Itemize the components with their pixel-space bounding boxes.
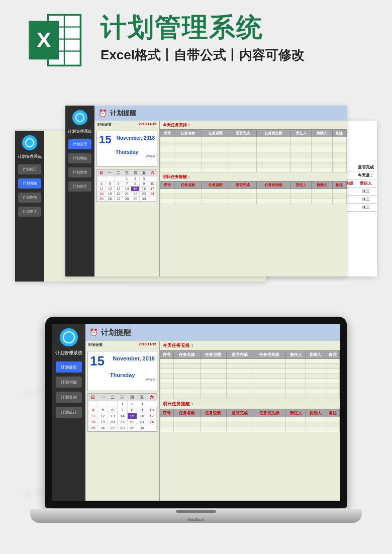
sidebar-title: 计划管理系统	[18, 154, 42, 159]
calendar-column: 时间设置 2018/11/15 15 November, 2018 Thursd…	[94, 121, 160, 276]
panel-title: 计划提醒	[101, 328, 131, 337]
alarm-icon: ⏰	[99, 109, 107, 117]
time-setting-date: 2018/11/15	[139, 342, 156, 347]
sidebar: 计划管理系统 计划首页 计划明细 计划查询 计划统计	[15, 131, 44, 282]
tomorrow-task-table[interactable]: 序号任务名称任务说明是否完成任务优先级责任人协助人备注	[160, 409, 340, 432]
screenshot-front: 计划管理系统 计划首页 计划明细 计划查询 计划统计 ⏰ 计划提醒 时间设置 2…	[65, 106, 347, 276]
laptop-mockup: 计划管理系统 计划首页 计划明细 计划查询 计划统计 ⏰ 计划提醒 时间设置 2…	[30, 317, 362, 528]
main-panel: ⏰ 计划提醒 时间设置 2018/11/15 15 November, 2018…	[94, 106, 347, 276]
sidebar-btn-stats[interactable]: 计划统计	[56, 407, 82, 418]
laptop-brand: MacBook	[30, 517, 362, 522]
today-task-table[interactable]: 序号任务名称任务说明是否完成任务优先级责任人协助人备注	[160, 129, 347, 172]
sidebar-btn-detail[interactable]: 计划明细	[18, 178, 41, 189]
sidebar-btn-query[interactable]: 计划查询	[68, 167, 91, 177]
sidebar-btn-home[interactable]: 计划首页	[68, 139, 91, 149]
sidebar-btn-stats[interactable]: 计划统计	[68, 181, 91, 192]
time-setting-date: 2018/11/15	[139, 122, 156, 127]
calendar-grid[interactable]: 日一二三四五六123456789101112131415161718192021…	[87, 393, 157, 432]
tomorrow-section-title: 明日任务提醒：	[160, 172, 347, 181]
tomorrow-section-title: 明日任务提醒：	[160, 399, 340, 409]
sidebar-btn-stats[interactable]: 计划统计	[18, 207, 41, 217]
panel-title-bar: ⏰ 计划提醒	[85, 324, 340, 341]
sidebar-title: 计划管理系统	[55, 350, 82, 356]
clock-icon	[21, 134, 39, 152]
sidebar-btn-query[interactable]: 计划查询	[18, 193, 41, 203]
main-panel: ⏰ 计划提醒 时间设置 2018/11/15 15 November, 2018…	[85, 324, 340, 501]
svg-text:X: X	[37, 28, 51, 52]
excel-icon: X	[25, 10, 85, 70]
task-column: 今天任务安排： 序号任务名称任务说明是否完成任务优先级责任人协助人备注 明日任务…	[160, 341, 340, 501]
laptop-base: MacBook	[30, 509, 362, 523]
today-task-table[interactable]: 序号任务名称任务说明是否完成任务优先级责任人协助人备注	[160, 350, 340, 399]
alarm-icon: ⏰	[89, 328, 98, 336]
calendar-big-date: 15 November, 2018 Thursday W46-4	[96, 131, 157, 167]
today-section-title: 今天任务安排：	[160, 341, 340, 350]
time-setting-label: 时间设置	[88, 342, 103, 347]
calendar-big-date: 15 November, 2018 Thursday W46-4	[87, 351, 157, 391]
clock-icon	[71, 109, 89, 127]
clock-icon	[58, 327, 79, 348]
sidebar: 计划管理系统 计划首页 计划明细 计划查询 计划统计	[52, 324, 85, 501]
promo-subtitle: Excel格式丨自带公式丨内容可修改	[101, 46, 305, 64]
promo-header: X 计划管理系统 Excel格式丨自带公式丨内容可修改	[0, 10, 392, 75]
sidebar-title: 计划管理系统	[68, 129, 92, 134]
sidebar: 计划管理系统 计划首页 计划明细 计划查询 计划统计	[65, 106, 94, 276]
sidebar-btn-home[interactable]: 计划首页	[56, 361, 82, 373]
sidebar-btn-detail[interactable]: 计划明细	[56, 377, 82, 388]
tomorrow-task-table[interactable]: 序号任务名称任务说明是否完成任务优先级责任人协助人备注	[160, 181, 347, 204]
calendar-column: 时间设置 2018/11/15 15 November, 2018 Thursd…	[85, 341, 160, 501]
sidebar-btn-home[interactable]: 计划首页	[18, 164, 41, 174]
promo-title: 计划管理系统	[101, 10, 263, 45]
sidebar-btn-detail[interactable]: 计划明细	[68, 153, 91, 163]
task-column: 今天任务安排： 序号任务名称任务说明是否完成任务优先级责任人协助人备注 明日任务…	[160, 121, 347, 276]
time-setting-label: 时间设置	[97, 122, 112, 127]
panel-title-bar: ⏰ 计划提醒	[94, 106, 347, 121]
sidebar-btn-query[interactable]: 计划查询	[56, 392, 82, 403]
calendar-grid[interactable]: 日一二三四五六123456789101112131415161718192021…	[96, 169, 157, 202]
today-section-title: 今天任务安排：	[160, 121, 347, 129]
screenshot-stack: 中是否完成 今天是： 任务优先级责任人 中张三 中张三 中张三 计划管理系统 计…	[15, 101, 377, 292]
panel-title: 计划提醒	[110, 109, 136, 118]
